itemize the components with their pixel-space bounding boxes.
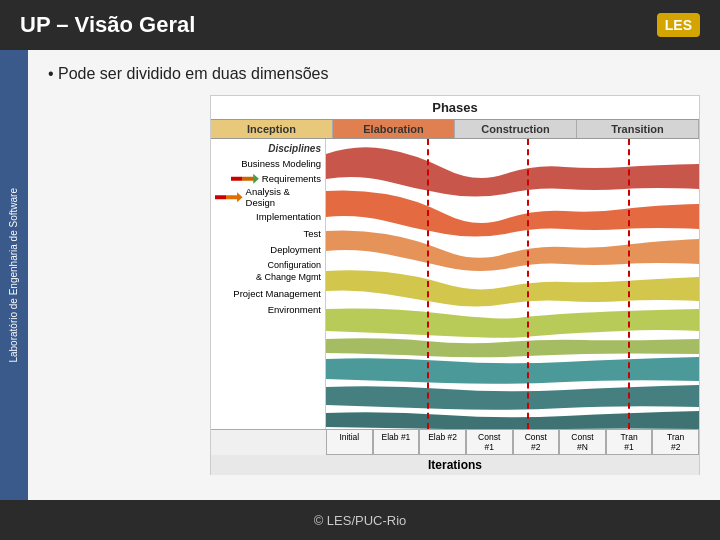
dashed-line-1 (427, 139, 429, 429)
footer-text: © LES/PUC-Rio (314, 513, 407, 528)
bullet-description: Pode ser dividido em duas dimensões (58, 65, 328, 82)
main-content: • Pode ser dividido em duas dimensões Ph… (28, 50, 720, 500)
disciplines-header: Disciplines (211, 141, 325, 156)
phase-elaboration: Elaboration (333, 120, 455, 138)
diagram-container: Phases Inception Elaboration Constructio… (210, 95, 700, 475)
sidebar-label: Laboratório de Engenharia de Software (8, 188, 20, 363)
header: UP – Visão Geral LES (0, 0, 720, 50)
iter-elab1: Elab #1 (373, 430, 420, 455)
diagram-body: Disciplines Business Modeling Requiremen… (211, 139, 699, 429)
analysis-icon (215, 192, 243, 202)
les-logo: LES (657, 13, 700, 37)
disc-deployment: Deployment (211, 242, 325, 258)
disc-analysis-design: Analysis & Design (211, 185, 325, 209)
phase-construction: Construction (455, 120, 577, 138)
iter-constn: Const#N (559, 430, 606, 455)
dashed-line-3 (628, 139, 630, 429)
disciplines-col: Disciplines Business Modeling Requiremen… (211, 139, 326, 429)
requirements-icon (231, 174, 259, 184)
iterations-row: Initial Elab #1 Elab #2 Const#1 Const#2 … (211, 429, 699, 455)
page-title: UP – Visão Geral (20, 12, 195, 38)
left-sidebar: Laboratório de Engenharia de Software (0, 50, 28, 500)
iter-tran1: Tran#1 (606, 430, 653, 455)
footer: © LES/PUC-Rio (0, 500, 720, 540)
iter-initial: Initial (326, 430, 373, 455)
phases-header: Phases (211, 96, 699, 119)
disc-test: Test (211, 226, 325, 242)
iter-cells: Initial Elab #1 Elab #2 Const#1 Const#2 … (326, 430, 699, 455)
iter-tran2: Tran#2 (652, 430, 699, 455)
disc-project-mgmt: Project Management (211, 286, 325, 302)
disc-config: Configuration& Change Mgmt (211, 258, 325, 285)
bullet-text: • Pode ser dividido em duas dimensões (48, 65, 700, 83)
iter-const1: Const#1 (466, 430, 513, 455)
disc-requirements: Requirements (211, 172, 325, 185)
iterations-footer: Iterations (211, 455, 699, 475)
disc-business-modeling: Business Modeling (211, 156, 325, 172)
waves-svg (326, 139, 699, 429)
disc-environment: Environment (211, 302, 325, 318)
bullet-icon: • (48, 65, 58, 82)
iter-elab2: Elab #2 (419, 430, 466, 455)
phase-inception: Inception (211, 120, 333, 138)
iter-const2: Const#2 (513, 430, 560, 455)
phases-row: Inception Elaboration Construction Trans… (211, 119, 699, 139)
phase-transition: Transition (577, 120, 699, 138)
waves-area (326, 139, 699, 429)
disc-implementation: Implementation (211, 209, 325, 225)
dashed-line-2 (527, 139, 529, 429)
iter-spacer (211, 430, 326, 455)
